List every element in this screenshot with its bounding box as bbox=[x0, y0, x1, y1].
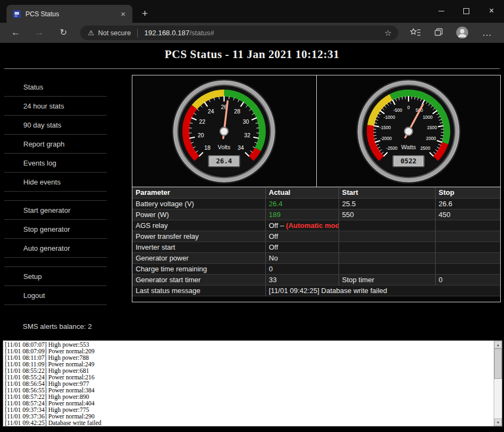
log-line: [11/01 08:11:07] High power:788 bbox=[5, 354, 492, 361]
column-header: Parameter bbox=[132, 187, 265, 198]
sidebar-separator bbox=[4, 258, 107, 267]
table-cell: 189 bbox=[265, 209, 339, 220]
table-cell: 25.5 bbox=[339, 198, 435, 209]
table-row: Power (W)189550450 bbox=[132, 209, 500, 220]
log-line: [11/01 08:55:24] Power normal:216 bbox=[5, 374, 492, 380]
table-row: Last status message[11/01 09:42:25] Data… bbox=[132, 285, 500, 296]
close-window-button[interactable]: × bbox=[479, 0, 504, 22]
table-cell: Power transfer relay bbox=[132, 231, 265, 242]
table-row: Charge time remaining0 bbox=[132, 263, 500, 274]
table-cell bbox=[339, 263, 435, 274]
svg-text:24: 24 bbox=[208, 108, 214, 114]
svg-text:2000: 2000 bbox=[426, 136, 436, 141]
table-cell bbox=[339, 220, 435, 231]
back-button[interactable]: ← bbox=[8, 24, 24, 41]
sidebar: Status24 hour stats90 day statsReport gr… bbox=[4, 78, 107, 305]
avatar-icon bbox=[456, 26, 469, 39]
table-cell bbox=[339, 231, 435, 242]
svg-text:-1500: -1500 bbox=[379, 125, 391, 130]
sidebar-item-setup[interactable]: Setup bbox=[4, 267, 107, 286]
table-cell: 26.4 bbox=[265, 198, 339, 209]
gauge-unit-label: Volts bbox=[218, 144, 231, 150]
column-header: Stop bbox=[435, 187, 500, 198]
log-line: [11/01 09:37:34] High power:775 bbox=[5, 406, 492, 413]
table-cell: Power (W) bbox=[132, 209, 265, 220]
more-options-button[interactable]: … bbox=[479, 24, 496, 41]
security-label[interactable]: Not secure bbox=[98, 29, 131, 37]
log-scrollbar[interactable]: ▲ ▼ bbox=[494, 341, 502, 426]
table-cell: Battery voltage (V) bbox=[132, 198, 265, 209]
refresh-button[interactable]: ↻ bbox=[55, 24, 72, 41]
sidebar-item-auto-generator[interactable]: Auto generator bbox=[4, 239, 107, 258]
table-cell bbox=[339, 252, 435, 263]
table-cell: 550 bbox=[339, 209, 435, 220]
browser-tab[interactable]: PCS Status × bbox=[7, 5, 132, 23]
table-cell bbox=[435, 252, 500, 263]
gauge-value-text: 26.4 bbox=[216, 157, 232, 165]
maximize-button[interactable] bbox=[454, 0, 479, 22]
profile-avatar[interactable] bbox=[454, 24, 471, 41]
sms-balance-label: SMS alerts balance: 2 bbox=[4, 317, 113, 336]
table-cell bbox=[435, 231, 500, 242]
minimize-icon bbox=[438, 11, 444, 11]
column-header: Actual bbox=[265, 187, 339, 198]
svg-text:1000: 1000 bbox=[423, 115, 433, 120]
svg-text:18: 18 bbox=[205, 144, 211, 150]
scroll-thumb[interactable] bbox=[494, 348, 502, 379]
svg-text:-500: -500 bbox=[393, 108, 403, 113]
table-cell: Generator start timer bbox=[132, 274, 265, 285]
collections-button[interactable] bbox=[430, 24, 448, 41]
sidebar-item-logout[interactable]: Logout bbox=[4, 286, 107, 305]
table-cell: Off – (Automatic mode) bbox=[265, 220, 339, 231]
gauge-watts: -2500-2000-1500-1000-5000500100015002000… bbox=[355, 78, 462, 185]
minimize-button[interactable] bbox=[429, 0, 454, 22]
gauge-row: 182022242628303234Volts26.4 -2500-2000-1… bbox=[132, 75, 500, 187]
sidebar-item-stop-generator[interactable]: Stop generator bbox=[4, 220, 107, 239]
table-cell bbox=[339, 242, 435, 252]
url-path: /status# bbox=[189, 29, 214, 37]
log-line: [11/01 08:07:07] High power:553 bbox=[5, 341, 492, 348]
address-bar-divider bbox=[137, 29, 138, 37]
sidebar-item-status[interactable]: Status bbox=[4, 78, 107, 97]
new-tab-button[interactable]: + bbox=[138, 7, 152, 21]
sidebar-item-24-hour-stats[interactable]: 24 hour stats bbox=[4, 97, 107, 116]
sidebar-item-hide-events[interactable]: Hide events bbox=[4, 173, 107, 192]
gauge-unit-label: Watts bbox=[401, 144, 416, 150]
svg-text:32: 32 bbox=[244, 132, 251, 138]
table-cell: Off bbox=[265, 242, 339, 252]
table-cell: [11/01 09:42:25] Database write failed bbox=[265, 285, 500, 296]
table-cell: Stop timer bbox=[339, 274, 435, 285]
table-header-row: ParameterActualStartStop bbox=[132, 187, 500, 198]
page-title: PCS Status - 11 Jan 2021 10:12:31 bbox=[0, 48, 504, 61]
favorites-button[interactable] bbox=[407, 24, 424, 41]
browser-toolbar: ← → ↻ ⚠ Not secure 192.168.0.187 /status… bbox=[0, 23, 504, 43]
svg-text:34: 34 bbox=[238, 144, 244, 150]
favorite-star-icon[interactable]: ☆ bbox=[385, 28, 392, 38]
svg-text:-1000: -1000 bbox=[384, 115, 395, 120]
forward-button[interactable]: → bbox=[31, 24, 47, 41]
svg-text:-2000: -2000 bbox=[380, 136, 392, 141]
volts-gauge: 182022242628303234Volts26.4 bbox=[132, 75, 316, 187]
tab-close-icon[interactable]: × bbox=[118, 9, 128, 19]
sidebar-item-start-generator[interactable]: Start generator bbox=[4, 201, 107, 220]
sidebar-item-90-day-stats[interactable]: 90 day stats bbox=[4, 116, 107, 135]
address-bar[interactable]: ⚠ Not secure 192.168.0.187 /status# ☆ bbox=[80, 26, 398, 40]
table-cell: No bbox=[265, 252, 339, 263]
log-line: [11/01 08:55:22] High power:681 bbox=[5, 367, 492, 374]
scroll-up-button[interactable]: ▲ bbox=[494, 341, 502, 348]
log-line: [11/01 08:11:09] Power normal:249 bbox=[5, 361, 492, 367]
table-cell: Charge time remaining bbox=[132, 263, 265, 274]
sidebar-item-report-graph[interactable]: Report graph bbox=[4, 135, 107, 154]
table-row: Power transfer relayOff bbox=[132, 231, 500, 242]
log-line: [11/01 08:07:09] Power normal:209 bbox=[5, 348, 492, 354]
sidebar-separator bbox=[4, 192, 107, 201]
sidebar-item-events-log[interactable]: Events log bbox=[4, 154, 107, 173]
scroll-down-button[interactable]: ▼ bbox=[494, 418, 502, 426]
table-cell bbox=[435, 242, 500, 252]
gauge-volts: 182022242628303234Volts26.4 bbox=[171, 78, 277, 185]
scroll-track[interactable] bbox=[494, 348, 502, 418]
maximize-icon bbox=[463, 8, 469, 14]
status-table: ParameterActualStartStop Battery voltage… bbox=[132, 187, 500, 296]
log-line: [11/01 08:57:24] Power normal:404 bbox=[5, 400, 492, 406]
event-log: [11/01 08:07:07] High power:553[11/01 08… bbox=[3, 340, 502, 427]
